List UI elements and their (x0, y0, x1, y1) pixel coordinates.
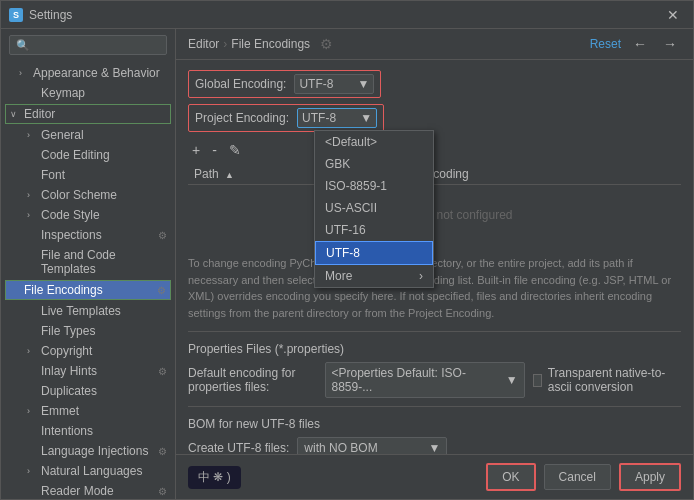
transparent-conversion-checkbox[interactable] (533, 374, 542, 387)
breadcrumb-current: File Encodings (231, 37, 310, 51)
global-encoding-label: Global Encoding: (195, 77, 286, 91)
dropdown-item-default[interactable]: <Default> (315, 131, 433, 153)
sidebar-item-file-code-templates[interactable]: File and Code Templates (1, 245, 175, 279)
properties-encoding-value: <Properties Default: ISO-8859-... (332, 366, 502, 394)
sidebar-item-editor[interactable]: ∨ Editor (5, 104, 171, 124)
sidebar-item-language-injections[interactable]: Language Injections ⚙ (1, 441, 175, 461)
settings-dialog: S Settings ✕ › Appearance & Behavior Key… (0, 0, 694, 500)
sidebar: › Appearance & Behavior Keymap ∨ Editor … (1, 29, 176, 499)
table-toolbar: + - ✎ (188, 140, 681, 160)
col-path-label: Path (194, 167, 219, 181)
sidebar-item-label: Code Style (41, 208, 167, 222)
close-button[interactable]: ✕ (661, 5, 685, 25)
dropdown-item-utf16[interactable]: UTF-16 (315, 219, 433, 241)
sidebar-item-file-types[interactable]: File Types (1, 321, 175, 341)
dropdown-more-label: More (325, 269, 352, 283)
sidebar-item-label: Inspections (41, 228, 154, 242)
dropdown-item-gbk[interactable]: GBK (315, 153, 433, 175)
edit-path-button[interactable]: ✎ (225, 140, 245, 160)
bom-section-divider (188, 406, 681, 407)
ok-button[interactable]: OK (486, 463, 535, 491)
sidebar-item-copyright[interactable]: › Copyright (1, 341, 175, 361)
sidebar-item-label: Code Editing (41, 148, 167, 162)
app-icon: S (9, 8, 23, 22)
remove-path-button[interactable]: - (208, 140, 221, 160)
table-empty-message: Encodings are not configured (188, 185, 681, 246)
titlebar: S Settings ✕ (1, 1, 693, 29)
gear-icon: ⚙ (157, 285, 166, 296)
info-text: To change encoding PyCharm uses for a fi… (188, 255, 681, 321)
sort-arrow-icon: ▲ (225, 170, 234, 180)
sidebar-item-font[interactable]: Font (1, 165, 175, 185)
sidebar-item-intentions[interactable]: Intentions (1, 421, 175, 441)
sidebar-item-inspections[interactable]: Inspections ⚙ (1, 225, 175, 245)
main-panel: Editor › File Encodings ⚙ Reset ← → Glob… (176, 29, 693, 499)
dropdown-item-utf8[interactable]: UTF-8 (315, 241, 433, 265)
nav-forward-button[interactable]: → (659, 35, 681, 53)
project-encoding-row: Project Encoding: UTF-8 ▼ (188, 104, 384, 132)
cancel-button[interactable]: Cancel (544, 464, 611, 490)
arrow-icon: › (27, 406, 37, 416)
gear-icon: ⚙ (158, 366, 167, 377)
sidebar-item-live-templates[interactable]: Live Templates (1, 301, 175, 321)
gear-icon: ⚙ (158, 446, 167, 457)
sidebar-item-label: Duplicates (41, 384, 167, 398)
content-area: › Appearance & Behavior Keymap ∨ Editor … (1, 29, 693, 499)
titlebar-left: S Settings (9, 8, 72, 22)
sidebar-item-label: Emmet (41, 404, 167, 418)
sidebar-item-label: Language Injections (41, 444, 154, 458)
encoding-dropdown-menu: <Default> GBK ISO-8859-1 US-ASCII UTF-16… (314, 130, 434, 288)
arrow-icon: › (27, 210, 37, 220)
sidebar-item-reader-mode[interactable]: Reader Mode ⚙ (1, 481, 175, 499)
sidebar-item-label: Intentions (41, 424, 167, 438)
col-encoding-header: Encoding (413, 164, 681, 185)
sidebar-item-color-scheme[interactable]: › Color Scheme (1, 185, 175, 205)
sidebar-item-file-encodings[interactable]: File Encodings ⚙ (5, 280, 171, 300)
sidebar-item-code-editing[interactable]: Code Editing (1, 145, 175, 165)
dropdown-item-more[interactable]: More › (315, 265, 433, 287)
global-encoding-value: UTF-8 (299, 77, 333, 91)
nav-back-button[interactable]: ← (629, 35, 651, 53)
sidebar-item-duplicates[interactable]: Duplicates (1, 381, 175, 401)
arrow-icon: › (19, 68, 29, 78)
project-encoding-wrapper: Project Encoding: UTF-8 ▼ <Default> GBK … (188, 104, 681, 132)
arrow-icon: › (27, 466, 37, 476)
bom-section-header: BOM for new UTF-8 files (188, 417, 681, 431)
project-encoding-select[interactable]: UTF-8 ▼ (297, 108, 377, 128)
sidebar-item-label: File Types (41, 324, 167, 338)
sidebar-item-label: Natural Languages (41, 464, 167, 478)
sidebar-item-appearance[interactable]: › Appearance & Behavior (1, 63, 175, 83)
sidebar-item-natural-languages[interactable]: › Natural Languages (1, 461, 175, 481)
breadcrumb-editor: Editor (188, 37, 219, 51)
reset-button[interactable]: Reset (590, 37, 621, 51)
add-path-button[interactable]: + (188, 140, 204, 160)
dropdown-item-usascii[interactable]: US-ASCII (315, 197, 433, 219)
project-encoding-label: Project Encoding: (195, 111, 289, 125)
sidebar-item-emmet[interactable]: › Emmet (1, 401, 175, 421)
bom-create-label: Create UTF-8 files: (188, 441, 289, 454)
search-input[interactable] (9, 35, 167, 55)
sidebar-item-inlay-hints[interactable]: Inlay Hints ⚙ (1, 361, 175, 381)
apply-button[interactable]: Apply (619, 463, 681, 491)
properties-encoding-select[interactable]: <Properties Default: ISO-8859-... ▼ (325, 362, 525, 398)
bom-section: BOM for new UTF-8 files Create UTF-8 fil… (188, 417, 681, 454)
gear-icon: ⚙ (158, 230, 167, 241)
sidebar-item-general[interactable]: › General (1, 125, 175, 145)
sidebar-item-label: File and Code Templates (41, 248, 167, 276)
settings-icon: ⚙ (320, 36, 333, 52)
sidebar-item-code-style[interactable]: › Code Style (1, 205, 175, 225)
global-encoding-select[interactable]: UTF-8 ▼ (294, 74, 374, 94)
sidebar-item-label: Keymap (41, 86, 167, 100)
main-header: Editor › File Encodings ⚙ Reset ← → (176, 29, 693, 60)
sidebar-item-keymap[interactable]: Keymap (1, 83, 175, 103)
transparent-conversion-row: Transparent native-to-ascii conversion (533, 366, 681, 394)
dropdown-item-iso[interactable]: ISO-8859-1 (315, 175, 433, 197)
bom-create-select[interactable]: with NO BOM ▼ (297, 437, 447, 454)
bom-create-value: with NO BOM (304, 441, 377, 454)
arrow-icon: ∨ (10, 109, 20, 119)
properties-section-header: Properties Files (*.properties) (188, 342, 681, 356)
bom-create-row: Create UTF-8 files: with NO BOM ▼ (188, 437, 681, 454)
project-encoding-dropdown-container: UTF-8 ▼ (297, 108, 377, 128)
sidebar-item-label: Font (41, 168, 167, 182)
dropdown-arrow-icon: ▼ (506, 373, 518, 387)
